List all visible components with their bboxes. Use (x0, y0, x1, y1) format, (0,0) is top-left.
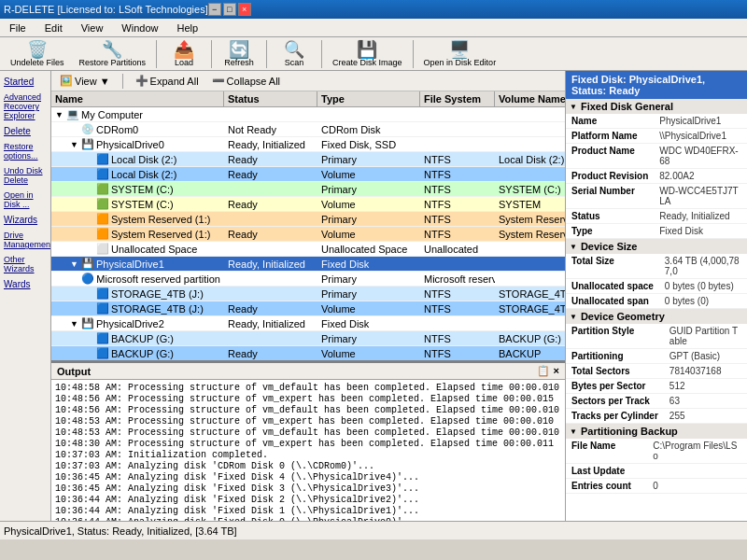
tree-row[interactable]: 🟩 SYSTEM (C:) Primary NTFS SYSTEM (C:) 9… (51, 182, 565, 197)
refresh-button[interactable]: 🔄 Refresh (216, 38, 262, 70)
tree-row[interactable]: ⬜ Unallocated Space Unallocated Space Un… (51, 242, 565, 257)
row-expander[interactable]: ▼ (55, 110, 66, 119)
tree-cell-status (224, 114, 317, 116)
section-arrow: ▼ (570, 243, 577, 251)
right-cell-value (647, 464, 747, 479)
right-panel: Fixed Disk: PhysicalDrive1, Status: Read… (565, 71, 747, 521)
minimize-button[interactable]: − (208, 3, 221, 16)
toolbar-separator-5 (413, 40, 414, 68)
tree-header: Name Status Type File System Volume Name… (51, 91, 565, 107)
tree-row[interactable]: 🟧 System Reserved (1:) Primary NTFS Syst… (51, 212, 565, 227)
tree-cell-volname (495, 174, 565, 175)
tree-cell-name: ▼ 💾 PhysicalDrive2 (51, 316, 224, 330)
sidebar-item-wizards[interactable]: Wizards (2, 213, 49, 227)
row-icon: ⬜ (96, 243, 109, 255)
view-separator (122, 74, 123, 89)
right-cell-key: Status (566, 209, 654, 224)
tree-row[interactable]: ▼ 💾 PhysicalDrive1 Ready, Initialized Fi… (51, 257, 565, 272)
tree-cell-name: ⬜ Unallocated Space (51, 242, 224, 256)
tree-row[interactable]: 🟦 Local Disk (2:) Ready Volume NTFS 852 … (51, 167, 565, 182)
view-dropdown-button[interactable]: 🖼️ View ▼ (55, 73, 115, 89)
section-arrow: ▼ (570, 313, 577, 321)
row-name: System Reserved (1:) (111, 229, 210, 240)
tree-row[interactable]: 🟦 BACKUP (G:) Ready Volume NTFS BACKUP 1… (51, 346, 565, 361)
tree-cell-volname: BACKUP (495, 347, 565, 360)
scan-button[interactable]: 🔍 Scan (271, 38, 317, 70)
undelete-files-button[interactable]: 🗑️ Undelete Files (4, 38, 71, 70)
row-expander[interactable]: ▼ (70, 259, 81, 269)
load-button[interactable]: 📤 Load (161, 38, 207, 70)
refresh-icon: 🔄 (229, 41, 249, 58)
right-cell-key: File Name (566, 439, 647, 464)
sidebar-item-undo[interactable]: Undo Disk Delete (2, 164, 49, 187)
tree-row[interactable]: ▼ 💾 PhysicalDrive0 Ready, Initialized Fi… (51, 137, 565, 152)
sidebar-item-delete[interactable]: Delete (2, 124, 49, 138)
sidebar-item-open-disk[interactable]: Open in Disk ... (2, 189, 49, 211)
tree-cell-fs (420, 129, 495, 131)
tree-row[interactable]: 💿 CDRom0 Not Ready CDRom Disk 0 bytes (51, 122, 565, 137)
disk-editor-icon: 🖥️ (449, 41, 470, 58)
tree-cell-fs: NTFS (420, 347, 495, 360)
right-cell-value: GPT (Basic) (664, 349, 747, 364)
right-section: ▼Fixed Disk GeneralNamePhysicalDrive1Pla… (566, 99, 747, 239)
sidebar-item-recovery[interactable]: Advanced Recovery Explorer (2, 91, 49, 122)
col-header-status[interactable]: Status (224, 91, 317, 106)
row-icon: 🟦 (96, 302, 109, 315)
col-header-fs[interactable]: File System (420, 91, 495, 106)
sidebar-item-restore[interactable]: Restore options... (2, 140, 49, 162)
maximize-button[interactable]: □ (223, 3, 236, 16)
row-expander[interactable]: ▼ (70, 319, 81, 329)
title-text: R-DELETE [Licensed to: LSoft Technologie… (4, 4, 208, 15)
output-line: 10:48:30 AM: Processing structure of vm_… (55, 439, 561, 449)
right-section-header[interactable]: ▼Device Size (566, 239, 747, 254)
row-expander[interactable]: ▼ (70, 140, 81, 149)
col-header-type[interactable]: Type (317, 91, 420, 106)
tree-row[interactable]: 🟩 SYSTEM (C:) Ready Volume NTFS SYSTEM 9… (51, 197, 565, 212)
right-cell-key: Total Size (566, 254, 659, 279)
undelete-icon: 🗑️ (27, 41, 48, 58)
menu-edit[interactable]: Edit (39, 21, 68, 35)
right-table-row: PartitioningGPT (Basic) (566, 349, 747, 364)
menu-view[interactable]: View (76, 21, 109, 35)
tree-row[interactable]: 🟦 STORAGE_4TB (J:) Primary NTFS STORAGE_… (51, 287, 565, 301)
tree-cell-fs: NTFS (420, 153, 495, 166)
sidebar-item-other-wizards[interactable]: Other Wizards (2, 253, 49, 275)
restore-partitions-button[interactable]: 🔧 Restore Partitions (73, 38, 153, 70)
tree-row[interactable]: ▼ 💾 PhysicalDrive2 Ready, Initialized Fi… (51, 316, 565, 331)
output-copy-icon[interactable]: 📋 (537, 365, 550, 377)
create-disk-image-button[interactable]: 💾 Create Disk Image (326, 38, 409, 70)
sidebar-item-management[interactable]: Drive Management (2, 229, 49, 251)
row-icon: 💻 (66, 108, 79, 120)
menu-help[interactable]: Help (171, 21, 204, 35)
tree-row[interactable]: ▼ 💻 My Computer (51, 107, 565, 122)
tree-cell-status (224, 338, 317, 340)
tree-cell-type (317, 114, 420, 116)
right-section-header[interactable]: ▼Partitioning Backup (566, 424, 747, 439)
col-header-name[interactable]: Name (51, 91, 224, 106)
tree-row[interactable]: 🟧 System Reserved (1:) Ready Volume NTFS… (51, 227, 565, 242)
close-button[interactable]: × (238, 3, 251, 16)
menu-window[interactable]: Window (116, 21, 163, 35)
row-name: System Reserved (1:) (111, 214, 210, 225)
menu-file[interactable]: File (4, 21, 32, 35)
right-table-row: Entries count0 (566, 479, 747, 494)
tree-row[interactable]: 🟦 STORAGE_4TB (J:) Ready Volume NTFS STO… (51, 301, 565, 316)
col-header-volname[interactable]: Volume Name (495, 91, 565, 106)
tree-row[interactable]: 🟦 BACKUP (G:) Primary NTFS BACKUP (G:) 1… (51, 331, 565, 346)
right-section-header[interactable]: ▼Fixed Disk General (566, 99, 747, 114)
output-line: 10:36:44 AM: Analyzing disk 'Fixed Disk … (55, 495, 561, 505)
disk-tree[interactable]: Name Status Type File System Volume Name… (51, 91, 565, 362)
right-section-header[interactable]: ▼Device Geometry (566, 309, 747, 324)
right-cell-key: Unallocated space (566, 279, 659, 294)
open-disk-editor-button[interactable]: 🖥️ Open in Disk Editor (417, 38, 503, 70)
tree-row[interactable]: 🔵 Microsoft reserved partition Primary M… (51, 272, 565, 287)
tree-cell-status: Ready, Initialized (224, 258, 317, 271)
output-content: 10:48:58 AM: Processing structure of vm_… (51, 380, 565, 521)
sidebar-item-started[interactable]: Started (2, 75, 49, 89)
sidebar-item-wards[interactable]: Wards (2, 277, 49, 291)
output-close-icon[interactable]: × (554, 365, 559, 377)
tree-row[interactable]: 🟦 Local Disk (2:) Ready Primary NTFS Loc… (51, 152, 565, 167)
collapse-all-button[interactable]: ➖ Collapse All (207, 73, 285, 89)
expand-all-button[interactable]: ➕ Expand All (131, 73, 204, 89)
restore-icon: 🔧 (102, 41, 122, 58)
